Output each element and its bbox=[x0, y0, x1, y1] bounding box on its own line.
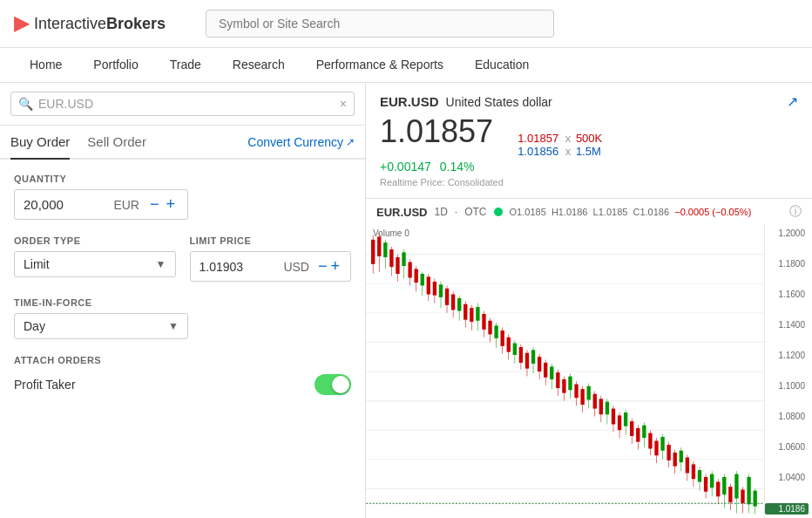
svg-rect-78 bbox=[580, 389, 584, 405]
limit-price-input[interactable]: 1.01903 USD − + bbox=[190, 251, 352, 282]
price-bid-ask: 1.01857 x 500K 1.01856 x 1.5M bbox=[518, 132, 602, 158]
chart-separator: · bbox=[455, 206, 457, 218]
nav-home[interactable]: Home bbox=[14, 48, 78, 83]
quantity-field: QUANTITY 20,000 EUR − + bbox=[14, 174, 351, 220]
clear-search-button[interactable]: × bbox=[340, 97, 347, 111]
symbol-name: United States dollar bbox=[446, 95, 552, 109]
main-content: 🔍 EUR.USD × Buy Order Sell Order Convert… bbox=[0, 83, 812, 518]
svg-rect-118 bbox=[704, 477, 707, 492]
chart-canvas: Volume 0 bbox=[366, 225, 764, 518]
svg-rect-70 bbox=[556, 372, 559, 388]
price-row: 1.01857 1.01857 x 500K 1.01856 x 1.5M bbox=[380, 113, 798, 158]
svg-rect-90 bbox=[618, 415, 621, 430]
chart-change: −0.0005 (−0.05%) bbox=[674, 207, 751, 217]
symbol-search-input[interactable]: 🔍 EUR.USD × bbox=[10, 92, 355, 116]
svg-rect-54 bbox=[507, 337, 511, 352]
svg-rect-80 bbox=[587, 386, 591, 400]
svg-rect-16 bbox=[389, 249, 393, 267]
symbol-search-value: EUR.USD bbox=[38, 97, 93, 111]
bid-size: x bbox=[565, 132, 572, 145]
nav-trade[interactable]: Trade bbox=[154, 48, 217, 83]
buy-order-tab[interactable]: Buy Order bbox=[10, 126, 70, 160]
nav-portfolio[interactable]: Portfolio bbox=[78, 48, 153, 83]
svg-rect-106 bbox=[667, 445, 670, 460]
sell-order-tab[interactable]: Sell Order bbox=[87, 126, 146, 160]
chart-info-icon[interactable]: ⓘ bbox=[789, 204, 802, 220]
symbol-search-row: 🔍 EUR.USD × bbox=[0, 83, 365, 126]
svg-rect-26 bbox=[421, 274, 424, 285]
header: ▶ InteractiveBrokers bbox=[0, 0, 812, 48]
svg-rect-86 bbox=[606, 402, 609, 415]
price-change-pct: 0.14% bbox=[440, 160, 475, 174]
profit-taker-toggle[interactable] bbox=[315, 374, 351, 395]
quantity-input[interactable]: 20,000 EUR − + bbox=[14, 189, 188, 220]
svg-rect-72 bbox=[562, 379, 565, 393]
svg-rect-96 bbox=[636, 428, 639, 442]
svg-rect-84 bbox=[599, 399, 603, 414]
price-change-row: +0.00147 0.14% bbox=[380, 160, 798, 174]
svg-rect-120 bbox=[710, 474, 714, 488]
svg-rect-56 bbox=[513, 344, 517, 355]
svg-rect-38 bbox=[457, 298, 461, 311]
convert-currency-link[interactable]: Convert Currency ↗ bbox=[247, 135, 355, 149]
limit-minus-button[interactable]: − bbox=[316, 257, 329, 276]
svg-rect-46 bbox=[482, 314, 485, 330]
svg-rect-74 bbox=[568, 377, 572, 391]
ask-size: x bbox=[565, 145, 572, 158]
nav-research[interactable]: Research bbox=[217, 48, 301, 83]
y-label-8: 1.0600 bbox=[765, 442, 809, 452]
svg-rect-50 bbox=[494, 325, 497, 338]
order-type-select[interactable]: Limit ▼ bbox=[14, 251, 176, 277]
limit-plus-button[interactable]: + bbox=[328, 257, 342, 276]
logo: ▶ InteractiveBrokers bbox=[14, 12, 188, 35]
quantity-plus-button[interactable]: + bbox=[162, 195, 179, 214]
y-label-6: 1.1000 bbox=[765, 381, 809, 391]
svg-rect-32 bbox=[439, 284, 443, 297]
svg-rect-60 bbox=[525, 353, 529, 369]
chart-ohlc: O1.0185 H1.0186 L1.0185 C1.0186 −0.0005 … bbox=[510, 207, 752, 217]
svg-rect-58 bbox=[519, 347, 523, 363]
time-in-force-label: TIME-IN-FORCE bbox=[14, 297, 351, 308]
main-nav: Home Portfolio Trade Research Performanc… bbox=[0, 48, 812, 83]
logo-interactive: Interactive bbox=[34, 15, 106, 32]
quantity-minus-button[interactable]: − bbox=[146, 195, 163, 214]
order-type-label: ORDER TYPE bbox=[14, 235, 176, 246]
svg-rect-128 bbox=[734, 474, 738, 499]
logo-icon: ▶ bbox=[14, 12, 29, 35]
chart-interval-label: 1D bbox=[435, 206, 448, 218]
nav-education[interactable]: Education bbox=[459, 48, 545, 83]
logo-brokers: Brokers bbox=[106, 15, 166, 32]
svg-rect-52 bbox=[501, 331, 504, 346]
svg-rect-30 bbox=[433, 282, 436, 296]
svg-rect-102 bbox=[654, 441, 658, 456]
time-in-force-select[interactable]: Day ▼ bbox=[14, 313, 188, 339]
order-type-field: ORDER TYPE Limit ▼ bbox=[14, 235, 176, 282]
svg-rect-88 bbox=[612, 409, 615, 425]
svg-rect-18 bbox=[396, 257, 399, 274]
ask-price: 1.01856 x 1.5M bbox=[518, 145, 602, 158]
svg-rect-34 bbox=[445, 289, 449, 305]
right-panel: EUR.USD United States dollar ↗ 1.01857 1… bbox=[366, 83, 812, 518]
left-panel: 🔍 EUR.USD × Buy Order Sell Order Convert… bbox=[0, 83, 366, 518]
main-price: 1.01857 bbox=[380, 113, 493, 150]
search-bar[interactable] bbox=[206, 10, 554, 37]
attach-orders-section: ATTACH ORDERS Profit Taker bbox=[14, 355, 351, 395]
toggle-knob bbox=[332, 376, 349, 393]
svg-rect-126 bbox=[728, 487, 732, 502]
attach-orders-label: ATTACH ORDERS bbox=[14, 355, 351, 365]
time-in-force-field: TIME-IN-FORCE Day ▼ bbox=[14, 297, 351, 339]
chart-area: Volume 0 bbox=[366, 225, 812, 518]
chart-exchange-label: OTC bbox=[464, 206, 486, 218]
price-change-abs: +0.00147 bbox=[380, 160, 431, 174]
expand-icon[interactable]: ↗ bbox=[787, 93, 798, 110]
limit-price-currency: USD bbox=[283, 260, 309, 274]
y-label-7: 1.0800 bbox=[765, 412, 809, 421]
svg-rect-98 bbox=[642, 426, 646, 439]
svg-rect-28 bbox=[427, 276, 430, 294]
nav-performance[interactable]: Performance & Reports bbox=[301, 48, 459, 83]
search-input[interactable] bbox=[206, 10, 554, 37]
svg-rect-42 bbox=[470, 308, 473, 322]
order-type-limit-row: ORDER TYPE Limit ▼ LIMIT PRICE 1.01903 U… bbox=[14, 235, 351, 282]
svg-rect-64 bbox=[538, 357, 541, 371]
svg-rect-48 bbox=[488, 321, 491, 335]
